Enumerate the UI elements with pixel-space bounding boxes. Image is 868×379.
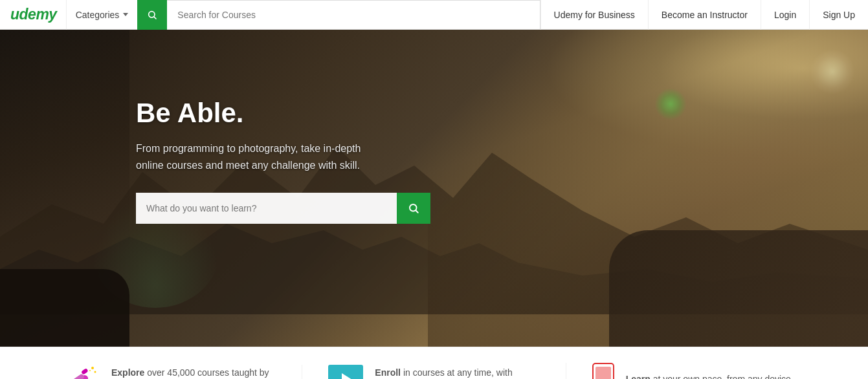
svg-rect-9 xyxy=(81,367,89,374)
search-icon xyxy=(147,10,157,20)
hero-search-icon xyxy=(408,202,419,214)
search-bar xyxy=(137,0,540,30)
hero-search-bar xyxy=(136,193,430,224)
svg-line-1 xyxy=(154,17,156,19)
hero-search-button[interactable] xyxy=(397,193,430,224)
udemy-business-link[interactable]: Udemy for Business xyxy=(540,0,648,30)
rocks-bottom-right xyxy=(609,230,868,347)
svg-point-13 xyxy=(91,367,94,369)
bottom-item-learn: Learn at your own pace, from any device xyxy=(566,363,803,380)
become-instructor-link[interactable]: Become an Instructor xyxy=(648,0,761,30)
svg-line-5 xyxy=(416,211,417,213)
bottom-item-explore: Explore over 45,000 courses taught by ex… xyxy=(65,362,276,380)
play-triangle-icon xyxy=(342,373,352,380)
telescope-svg xyxy=(65,363,99,380)
bottom-strip: Explore over 45,000 courses taught by ex… xyxy=(0,347,868,379)
phone-screen-area xyxy=(595,367,611,380)
svg-rect-7 xyxy=(71,373,85,379)
signup-link[interactable]: Sign Up xyxy=(809,0,868,30)
login-link[interactable]: Login xyxy=(761,0,809,30)
search-input[interactable] xyxy=(167,0,540,30)
svg-point-14 xyxy=(95,371,96,373)
nav-links: Udemy for Business Become an Instructor … xyxy=(540,0,868,30)
navbar: udemy Categories Udemy for Business Beco… xyxy=(0,0,868,30)
hero-search-input[interactable] xyxy=(136,193,397,224)
search-button[interactable] xyxy=(137,0,167,30)
svg-point-15 xyxy=(89,370,91,371)
enroll-text: Enroll in courses at any time, with life… xyxy=(375,366,539,380)
bottom-item-enroll: Enroll in courses at any time, with life… xyxy=(302,365,539,380)
learn-text: Learn at your own pace, from any device xyxy=(626,373,791,379)
hero-section: Be Able. From programming to photography… xyxy=(0,30,868,347)
categories-label: Categories xyxy=(76,10,120,20)
rocks-bottom-left xyxy=(0,269,129,347)
hero-title: Be Able. xyxy=(136,98,868,129)
phone-icon xyxy=(592,363,614,380)
hero-subtitle: From programming to photography, take in… xyxy=(136,140,868,173)
logo[interactable]: udemy xyxy=(0,6,66,23)
categories-chevron-icon xyxy=(123,13,128,16)
hero-content: Be Able. From programming to photography… xyxy=(0,30,868,224)
explore-text: Explore over 45,000 courses taught by ex… xyxy=(111,366,276,380)
video-icon xyxy=(328,365,363,380)
telescope-icon xyxy=(65,362,100,380)
categories-button[interactable]: Categories xyxy=(66,0,138,30)
